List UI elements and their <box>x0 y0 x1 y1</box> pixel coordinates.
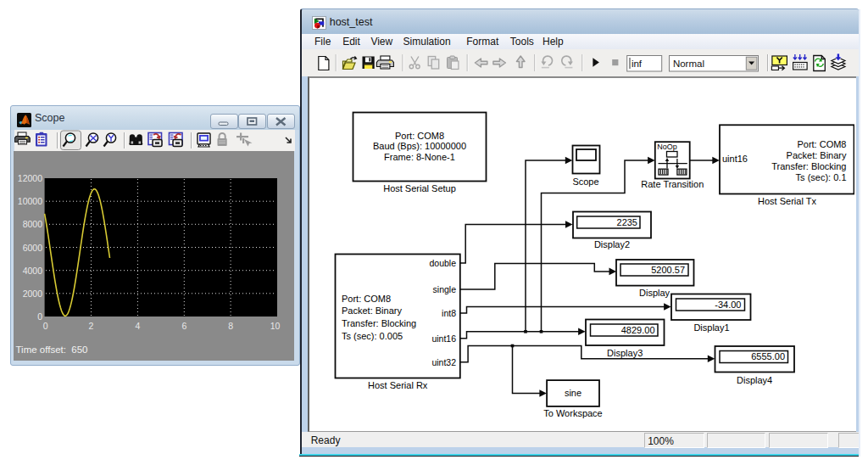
svg-text:Ts (sec): 0.005: Ts (sec): 0.005 <box>342 330 403 340</box>
svg-text:2235: 2235 <box>616 216 637 227</box>
svg-text:6000: 6000 <box>23 243 43 253</box>
svg-text:0: 0 <box>37 311 42 322</box>
svg-text:Display3: Display3 <box>607 348 643 358</box>
svg-text:10000: 10000 <box>18 196 42 206</box>
svg-text:2000: 2000 <box>23 289 43 299</box>
svg-text:6: 6 <box>181 321 186 331</box>
svg-text:2: 2 <box>89 321 94 331</box>
svg-text:Display2: Display2 <box>594 239 630 249</box>
svg-text:Host Serial Rx: Host Serial Rx <box>368 379 428 389</box>
svg-text:sine: sine <box>565 388 581 398</box>
svg-text:0: 0 <box>43 321 48 331</box>
svg-text:5200.57: 5200.57 <box>651 264 685 274</box>
svg-text:10: 10 <box>270 321 281 331</box>
svg-text:6555.00: 6555.00 <box>751 351 785 361</box>
svg-text:Scope: Scope <box>572 176 598 186</box>
svg-text:NoOp: NoOp <box>657 143 677 151</box>
svg-text:inf: inf <box>632 59 643 69</box>
svg-text:Port: COM8: Port: COM8 <box>395 130 444 140</box>
svg-text:-34.00: -34.00 <box>715 299 741 309</box>
svg-text:int8: int8 <box>442 307 456 317</box>
svg-text:uint16: uint16 <box>431 333 456 343</box>
svg-text:12000: 12000 <box>18 173 42 183</box>
svg-text:4829.00: 4829.00 <box>621 324 655 334</box>
svg-text:Baud (Bps): 10000000: Baud (Bps): 10000000 <box>373 141 466 151</box>
svg-text:Time offset: 650: Time offset: 650 <box>16 345 88 355</box>
svg-text:uint32: uint32 <box>431 356 456 367</box>
svg-text:Display1: Display1 <box>693 322 729 333</box>
svg-text:Packet: Binary: Packet: Binary <box>786 149 846 160</box>
svg-text:Port: COM8: Port: COM8 <box>797 138 846 148</box>
svg-text:4: 4 <box>135 321 140 331</box>
svg-text:Rate Transition: Rate Transition <box>641 179 704 189</box>
svg-text:Packet: Binary: Packet: Binary <box>342 305 402 316</box>
svg-text:single: single <box>432 283 456 294</box>
svg-text:Transfer: Blocking: Transfer: Blocking <box>771 160 846 171</box>
svg-text:8: 8 <box>228 321 233 331</box>
svg-text:uint16: uint16 <box>722 153 748 163</box>
svg-text:8000: 8000 <box>23 219 43 229</box>
svg-text:Port: COM8: Port: COM8 <box>342 293 391 303</box>
svg-text:Normal: Normal <box>673 59 704 69</box>
svg-text:Host Serial Setup: Host Serial Setup <box>383 182 456 193</box>
svg-text:Frame: 8-None-1: Frame: 8-None-1 <box>384 151 455 161</box>
svg-text:Display4: Display4 <box>737 375 772 385</box>
svg-text:Ts (sec): 0.1: Ts (sec): 0.1 <box>795 171 846 182</box>
svg-text:Transfer: Blocking: Transfer: Blocking <box>342 318 416 328</box>
svg-text:Display: Display <box>639 287 670 297</box>
svg-text:double: double <box>429 257 456 267</box>
svg-text:To Workspace: To Workspace <box>543 407 603 417</box>
svg-text:Host Serial Tx: Host Serial Tx <box>758 196 816 206</box>
svg-text:4000: 4000 <box>23 266 43 276</box>
